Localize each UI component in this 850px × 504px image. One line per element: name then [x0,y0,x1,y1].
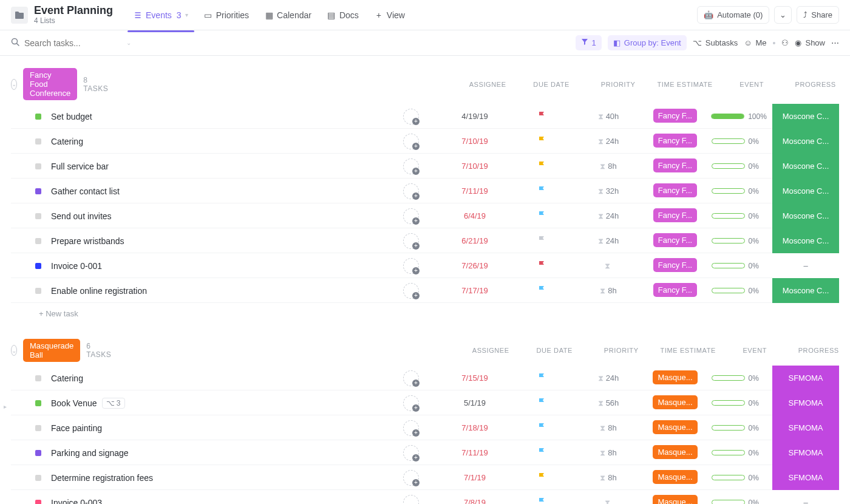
event-pill[interactable]: Masque... [653,395,697,409]
event-pill[interactable]: Fancy F... [653,183,697,197]
task-title[interactable]: Invoice 0-003 [42,498,384,505]
add-view[interactable]: + View [369,7,411,24]
progress[interactable]: 0% [706,262,772,270]
task-title[interactable]: Prepare wristbands [42,236,384,246]
assignee-add[interactable] [403,445,419,461]
time-estimate[interactable]: ⧗32h [572,186,645,196]
table-row[interactable]: Send out invites 6/4/19 ⧗24h Fancy F... … [11,203,839,228]
more-menu[interactable]: ⋯ [831,38,839,47]
task-title[interactable]: Catering [42,373,384,383]
table-row[interactable]: Parking and signage 7/11/19 ⧗8h Masque..… [11,440,839,465]
location-cell[interactable]: SFMOMA [772,415,839,440]
event-pill[interactable]: Fancy F... [653,109,697,123]
time-estimate[interactable]: ⧗8h [572,423,645,433]
automate-dropdown[interactable]: ⌄ [774,6,792,24]
table-row[interactable]: Invoice 0-003 7/8/19 ⧗ Masque... 0% – [11,490,839,504]
status-square[interactable] [35,238,41,244]
due-date[interactable]: 7/11/19 [438,186,511,196]
event-pill[interactable]: Fancy F... [653,283,697,297]
search-input[interactable] [24,38,121,48]
subtasks-toggle[interactable]: ⌥ Subtasks [693,38,738,47]
priority-flag[interactable] [511,236,572,246]
priority-flag[interactable] [511,448,572,458]
priority-flag[interactable] [511,136,572,146]
progress[interactable]: 0% [706,449,772,457]
location-cell[interactable]: Moscone C... [772,179,839,203]
status-square[interactable] [35,450,41,456]
tab-events[interactable]: Events 3 ▾ [127,7,194,24]
priority-flag[interactable] [511,211,572,221]
progress[interactable]: 100% [706,112,772,121]
progress[interactable]: 0% [706,287,772,295]
priority-flag[interactable] [511,398,572,408]
progress[interactable]: 0% [706,137,772,146]
priority-flag[interactable] [511,497,572,504]
time-estimate[interactable]: ⧗8h [572,473,645,483]
time-estimate[interactable]: ⧗8h [572,286,645,296]
location-cell[interactable]: Moscone C... [772,104,839,129]
due-date[interactable]: 7/10/19 [438,137,511,146]
due-date[interactable]: 7/11/19 [438,448,511,457]
tab-priorities[interactable]: ▭ Priorities [198,7,255,24]
progress[interactable]: 0% [706,474,772,482]
show-toggle[interactable]: ◉ Show [795,38,825,47]
location-cell[interactable]: Moscone C... [772,154,839,179]
status-square[interactable] [35,138,41,145]
time-estimate[interactable]: ⧗ [572,498,645,505]
group-pill[interactable]: Masquerade Ball [23,339,80,362]
due-date[interactable]: 7/15/19 [438,373,511,383]
expand-icon[interactable]: ▸ [4,403,7,410]
progress[interactable]: 0% [706,212,772,220]
time-estimate[interactable]: ⧗ [572,261,645,271]
table-row[interactable]: Prepare wristbands 6/21/19 ⧗24h Fancy F.… [11,228,839,253]
assignee-add[interactable] [403,158,419,174]
status-square[interactable] [35,188,41,194]
assignee-add[interactable] [403,109,419,124]
progress[interactable]: 0% [706,187,772,196]
event-pill[interactable]: Masque... [653,370,697,384]
due-date[interactable]: 7/8/19 [438,498,511,504]
status-square[interactable] [35,500,41,505]
time-estimate[interactable]: ⧗24h [572,236,645,246]
due-date[interactable]: 6/4/19 [438,211,511,220]
location-cell[interactable]: SFMOMA [772,366,839,390]
event-pill[interactable]: Masque... [653,470,697,484]
time-estimate[interactable]: ⧗8h [572,448,645,458]
status-square[interactable] [35,375,41,381]
progress[interactable]: 0% [706,424,772,432]
priority-flag[interactable] [511,285,572,296]
new-task-button[interactable]: + New task [11,303,839,318]
table-row[interactable]: Catering 7/10/19 ⧗24h Fancy F... 0% Mosc… [11,129,839,154]
time-estimate[interactable]: ⧗8h [572,162,645,171]
tab-docs[interactable]: ▤ Docs [321,7,365,24]
table-row[interactable]: Enable online registration 7/17/19 ⧗8h F… [11,278,839,303]
progress[interactable]: 0% [706,499,772,505]
assignee-add[interactable] [403,395,419,411]
time-estimate[interactable]: ⧗24h [572,137,645,146]
location-cell[interactable]: SFMOMA [772,465,839,490]
due-date[interactable]: 7/18/19 [438,423,511,432]
progress[interactable]: 0% [706,399,772,407]
time-estimate[interactable]: ⧗56h [572,398,645,408]
location-cell[interactable]: Moscone C... [772,129,839,154]
location-cell[interactable]: Moscone C... [772,203,839,228]
tab-calendar[interactable]: ▦ Calendar [259,7,318,24]
time-estimate[interactable]: ⧗40h [572,112,645,121]
group-collapse[interactable]: ⌄ [11,79,17,90]
task-title[interactable]: Book Venue⌥ 3 [42,398,384,409]
priority-flag[interactable] [511,261,572,271]
location-cell[interactable]: – [772,253,839,278]
me-toggle[interactable]: ☺ Me [744,38,766,47]
assignee-add[interactable] [403,283,419,299]
priority-flag[interactable] [511,423,572,433]
task-title[interactable]: Parking and signage [42,448,384,458]
status-square[interactable] [35,163,41,169]
status-square[interactable] [35,114,41,120]
assignee-add[interactable] [403,208,419,224]
task-title[interactable]: Enable online registration [42,286,384,296]
task-title[interactable]: Catering [42,137,384,146]
location-cell[interactable]: Moscone C... [772,278,839,303]
status-square[interactable] [35,400,41,406]
automate-button[interactable]: 🤖 Automate (0) [697,6,769,24]
table-row[interactable]: ▸ Book Venue⌥ 3 5/1/19 ⧗56h Masque... 0%… [11,390,839,415]
